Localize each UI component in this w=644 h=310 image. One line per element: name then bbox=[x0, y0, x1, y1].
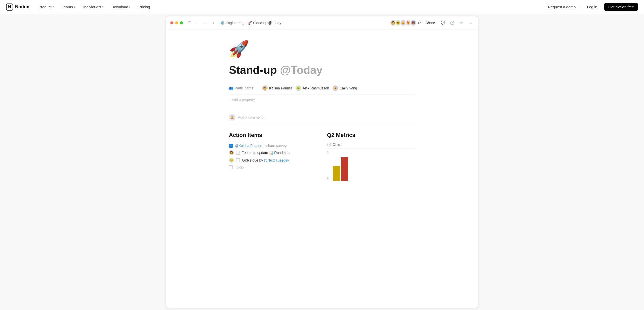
participants-label: 👥 Participants bbox=[229, 86, 259, 90]
nav-right: Request a demo Log in Get Notion free bbox=[548, 3, 638, 11]
chart-clock-icon: 🕐 bbox=[327, 142, 331, 146]
page-title-main: Stand-up bbox=[229, 64, 277, 76]
page-icon-small: 🚀 bbox=[248, 21, 252, 25]
chrome-nav-buttons: ☰ ← → + bbox=[186, 19, 217, 26]
action-items-title: Action Items bbox=[229, 132, 317, 138]
request-demo-link[interactable]: Request a demo bbox=[548, 5, 576, 9]
chevron-down-icon: ▾ bbox=[102, 6, 103, 8]
chart-bars-area bbox=[327, 156, 415, 181]
participant-avatar-2: 😊 bbox=[296, 85, 301, 91]
share-button[interactable]: Share bbox=[423, 20, 437, 26]
nav-item-download[interactable]: Download ▾ bbox=[108, 3, 134, 11]
property-divider-2 bbox=[229, 105, 415, 105]
content-columns: Action Items @Keisha Fourier to share su… bbox=[229, 132, 415, 181]
breadcrumb-separator: / bbox=[246, 21, 247, 25]
page-emoji-icon[interactable]: 🚀 bbox=[229, 40, 415, 59]
participant-name-3: Emily Yang bbox=[340, 86, 357, 90]
mention-keisha: @Keisha Fourier bbox=[235, 144, 261, 148]
nav-item-individuals[interactable]: Individuals ▾ bbox=[80, 3, 106, 11]
participants-property: 👥 Participants 🧑 Keisha Fourier 😊 Alex R… bbox=[229, 84, 415, 92]
participants-values: 🧑 Keisha Fourier 😊 Alex Rasmusson 🐱 Emil… bbox=[262, 85, 357, 91]
favorite-icon-button[interactable]: ☆ bbox=[458, 19, 465, 26]
nav-product-label: Product bbox=[38, 5, 52, 9]
todo-item-4 bbox=[229, 164, 317, 171]
page-title[interactable]: Stand-up @Today bbox=[229, 64, 415, 77]
chevron-down-icon: ▾ bbox=[53, 6, 54, 8]
add-page-button[interactable]: + bbox=[210, 19, 217, 26]
nav-item-product[interactable]: Product ▾ bbox=[35, 3, 57, 11]
page-properties: 👥 Participants 🧑 Keisha Fourier 😊 Alex R… bbox=[229, 84, 415, 105]
traffic-light-minimize[interactable] bbox=[175, 21, 178, 24]
todo-item-2: 🧑 Teams to update 📊 Roadmap bbox=[229, 149, 317, 157]
comment-placeholder: Add a comment... bbox=[238, 115, 266, 119]
page-content: — 🚀 Stand-up @Today 👥 Participants 🧑 bbox=[209, 30, 435, 196]
notion-logo[interactable]: N Notion bbox=[6, 4, 29, 11]
section-name: Engineering bbox=[226, 21, 245, 25]
window-chrome-left: ☰ ← → + ⚙️ Engineering / 🚀 Stand-up @Tod… bbox=[170, 19, 281, 26]
chevron-down-icon: ▾ bbox=[129, 6, 130, 8]
comment-area[interactable]: 🧝 Add a comment... bbox=[229, 111, 415, 124]
participant-avatar-3: 🐱 bbox=[333, 85, 338, 91]
nav-divider bbox=[580, 5, 580, 10]
participant-avatar-1: 🧑 bbox=[262, 85, 268, 91]
comment-user-avatar: 🧝 bbox=[229, 114, 235, 121]
window-chrome-right: 🧑 😊 🐱 🦊 🐻 +2 Share 💬 🕐 ☆ ··· bbox=[390, 19, 474, 26]
nav-item-pricing[interactable]: Pricing bbox=[135, 3, 153, 11]
participant-3[interactable]: 🐱 Emily Yang bbox=[333, 85, 357, 91]
action-items-section: Action Items @Keisha Fourier to share su… bbox=[229, 132, 317, 181]
metrics-title: Q2 Metrics bbox=[327, 132, 415, 138]
section-icon: ⚙️ bbox=[220, 21, 224, 25]
participant-1[interactable]: 🧑 Keisha Fourier bbox=[262, 85, 292, 91]
chart-y-value-bottom: 6 bbox=[327, 177, 329, 180]
chart-y-value-top: 9 bbox=[327, 151, 329, 154]
participant-name-1: Keisha Fourier bbox=[269, 86, 292, 90]
todo-text-1: @Keisha Fourier to share survey bbox=[235, 144, 287, 148]
chart-bar-1 bbox=[333, 166, 340, 181]
nav-download-label: Download bbox=[111, 5, 128, 9]
collaborator-avatars: 🧑 😊 🐱 🦊 🐻 +2 bbox=[390, 20, 421, 26]
app-container: ☰ ← → + ⚙️ Engineering / 🚀 Stand-up @Tod… bbox=[0, 14, 644, 310]
add-property-button[interactable]: + Add a property bbox=[229, 97, 415, 103]
participant-name-2: Alex Rasmusson bbox=[303, 86, 329, 90]
todo-item-3: 😊 OKRs due by @Next Tuesday bbox=[229, 157, 317, 164]
todo-avatar-2: 🧑 bbox=[229, 150, 234, 155]
nav-teams-label: Teams bbox=[62, 5, 73, 9]
metrics-section: Q2 Metrics 🕐 Chart 9 6 bbox=[327, 132, 415, 181]
back-button[interactable]: ← bbox=[194, 19, 201, 26]
breadcrumb-page[interactable]: 🚀 Stand-up @Today bbox=[248, 21, 281, 25]
login-button[interactable]: Log in bbox=[584, 3, 600, 11]
chart-label: Chart bbox=[333, 142, 341, 146]
participant-2[interactable]: 😊 Alex Rasmusson bbox=[296, 85, 329, 91]
sidebar-toggle-button[interactable]: ☰ bbox=[186, 19, 193, 26]
chart-y-axis: 9 6 bbox=[327, 151, 329, 181]
todo-checkbox-1[interactable] bbox=[229, 144, 233, 148]
todo-text-2: Teams to update 📊 Roadmap bbox=[242, 151, 290, 155]
notion-logo-icon: N bbox=[6, 4, 13, 11]
traffic-light-close[interactable] bbox=[170, 21, 173, 24]
todo-input-4[interactable] bbox=[235, 165, 317, 169]
get-notion-free-button[interactable]: Get Notion free bbox=[604, 3, 638, 11]
app-window: ☰ ← → + ⚙️ Engineering / 🚀 Stand-up @Tod… bbox=[166, 16, 478, 308]
notion-logo-text: Notion bbox=[15, 4, 29, 10]
breadcrumb-section[interactable]: ⚙️ Engineering bbox=[220, 21, 245, 25]
navigation: N Notion Product ▾ Teams ▾ Individuals ▾… bbox=[0, 0, 644, 14]
todo-checkbox-4[interactable] bbox=[229, 165, 233, 169]
chart-container: 9 6 bbox=[327, 151, 415, 181]
page-name: Stand-up @Today bbox=[253, 21, 281, 25]
todo-checkbox-2[interactable] bbox=[236, 151, 240, 155]
history-icon-button[interactable]: 🕐 bbox=[449, 19, 456, 26]
forward-button[interactable]: → bbox=[202, 19, 209, 26]
avatar-5: 🐻 bbox=[410, 20, 417, 26]
breadcrumb: ⚙️ Engineering / 🚀 Stand-up @Today bbox=[220, 21, 281, 25]
nav-pricing-label: Pricing bbox=[138, 5, 150, 9]
comment-icon-button[interactable]: 💬 bbox=[439, 19, 447, 26]
more-options-button[interactable]: ··· bbox=[467, 19, 474, 26]
traffic-light-maximize[interactable] bbox=[180, 21, 183, 24]
window-chrome: ☰ ← → + ⚙️ Engineering / 🚀 Stand-up @Tod… bbox=[166, 16, 478, 30]
participants-label-text: Participants bbox=[235, 86, 253, 90]
chart-label-row: 🕐 Chart bbox=[327, 142, 415, 149]
chevron-down-icon: ▾ bbox=[74, 6, 75, 8]
nav-item-teams[interactable]: Teams ▾ bbox=[59, 3, 78, 11]
chart-bar-2 bbox=[341, 157, 348, 181]
todo-checkbox-3[interactable] bbox=[236, 158, 240, 162]
